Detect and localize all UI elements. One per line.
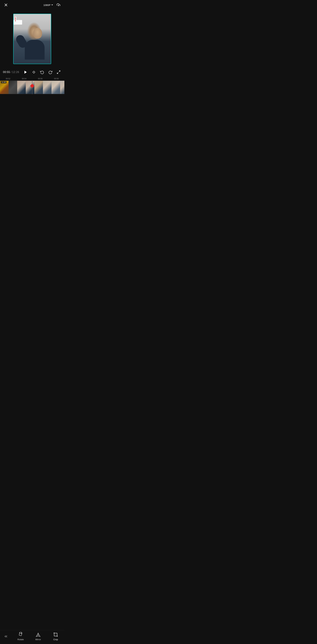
thumbnail-6 xyxy=(43,81,52,94)
person-head xyxy=(33,28,42,39)
person-body xyxy=(25,40,44,60)
redo-button[interactable] xyxy=(48,69,53,75)
top-right-controls: 1080P xyxy=(44,2,62,8)
resolution-label: 1080P xyxy=(44,4,50,6)
svg-line-5 xyxy=(59,71,60,72)
time-display: 00:55/12:26 xyxy=(3,71,19,74)
svg-marker-3 xyxy=(24,71,27,74)
timeline-wrapper[interactable]: 11:45 xyxy=(0,80,64,94)
spacer xyxy=(0,94,64,114)
thumbnail-2 xyxy=(8,81,17,94)
play-button[interactable] xyxy=(23,69,28,75)
export-button[interactable] xyxy=(56,2,62,8)
current-time: 00:55 xyxy=(3,71,10,74)
fullscreen-button[interactable] xyxy=(56,69,62,75)
playback-controls: 00:55/12:26 xyxy=(0,68,64,76)
keyframe-button[interactable] xyxy=(31,69,37,75)
chevron-down-icon xyxy=(51,4,53,6)
thumbnail-7 xyxy=(52,81,60,94)
video-preview xyxy=(13,14,51,64)
thumbnail-4 xyxy=(26,81,34,94)
total-time: 12:26 xyxy=(12,71,19,74)
top-bar: 1080P xyxy=(0,0,64,10)
clip-duration-badge: 11:45 xyxy=(1,81,6,84)
control-buttons xyxy=(23,69,62,75)
timeline-area: 00:52 00:54 00:56 00:58 11:45 xyxy=(0,76,64,94)
time-separator: / xyxy=(11,71,12,74)
svg-line-6 xyxy=(57,72,58,74)
svg-rect-4 xyxy=(33,71,35,73)
video-preview-area xyxy=(0,10,64,68)
close-button[interactable] xyxy=(3,2,9,8)
marker-2: 00:56 xyxy=(32,78,48,80)
video-content xyxy=(14,14,51,64)
thumbnail-5 xyxy=(34,81,43,94)
thumbnail-8 xyxy=(60,81,64,94)
marker-1: 00:54 xyxy=(16,78,32,80)
thumbnail-3 xyxy=(17,81,26,94)
resolution-selector[interactable]: 1080P xyxy=(44,4,53,6)
marker-0: 00:52 xyxy=(0,78,16,80)
timeline-markers: 00:52 00:54 00:56 00:58 xyxy=(0,76,64,80)
marker-3: 00:58 xyxy=(48,78,64,80)
undo-button[interactable] xyxy=(39,69,45,75)
